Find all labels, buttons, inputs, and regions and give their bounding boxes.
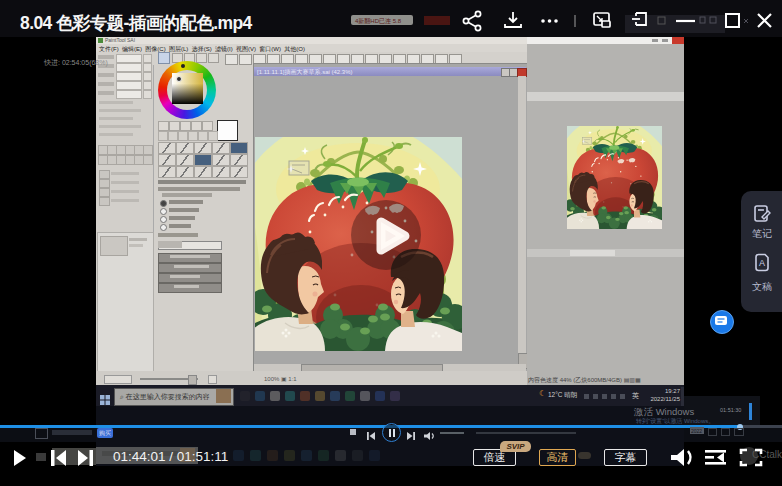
svg-text:A: A bbox=[759, 258, 765, 268]
